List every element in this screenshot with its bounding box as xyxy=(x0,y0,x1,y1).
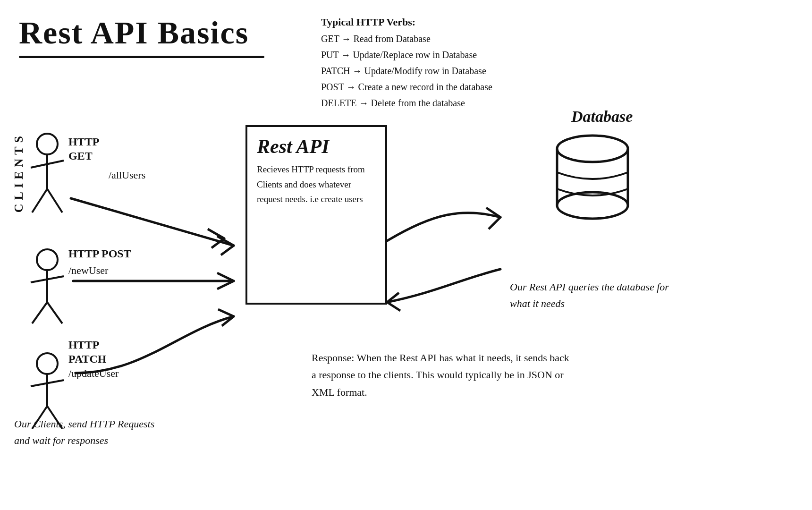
svg-line-17 xyxy=(47,302,62,323)
svg-text:PATCH: PATCH xyxy=(68,353,107,365)
svg-text:/allUsers: /allUsers xyxy=(109,169,145,181)
page: Rest API Basics Typical HTTP Verbs: GET … xyxy=(0,0,812,510)
page-title: Rest API Basics xyxy=(19,14,249,51)
svg-line-25 xyxy=(47,406,62,429)
svg-point-13 xyxy=(37,249,58,270)
http-verb-put: PUT → Update/Replace row in Database xyxy=(321,47,492,63)
svg-text:HTTP POST: HTTP POST xyxy=(68,247,131,260)
svg-line-16 xyxy=(32,302,47,323)
svg-point-4 xyxy=(37,134,58,154)
svg-line-24 xyxy=(32,406,47,429)
svg-point-21 xyxy=(37,353,58,374)
http-verb-get: GET → Read from Database xyxy=(321,31,492,47)
svg-text:GET: GET xyxy=(68,150,93,162)
svg-line-12 xyxy=(71,198,234,246)
svg-text:HTTP: HTTP xyxy=(68,339,99,351)
title-underline xyxy=(19,56,264,58)
svg-line-8 xyxy=(47,189,62,212)
http-verbs-heading: Typical HTTP Verbs: xyxy=(321,13,492,31)
svg-point-0 xyxy=(557,136,628,162)
diagram-svg: HTTP GET /allUsers HTTP POST /newUser xyxy=(0,61,567,450)
svg-line-7 xyxy=(32,189,47,212)
svg-text:/newUser: /newUser xyxy=(68,264,109,276)
database-label: Database xyxy=(571,108,633,126)
svg-text:HTTP: HTTP xyxy=(68,136,99,148)
